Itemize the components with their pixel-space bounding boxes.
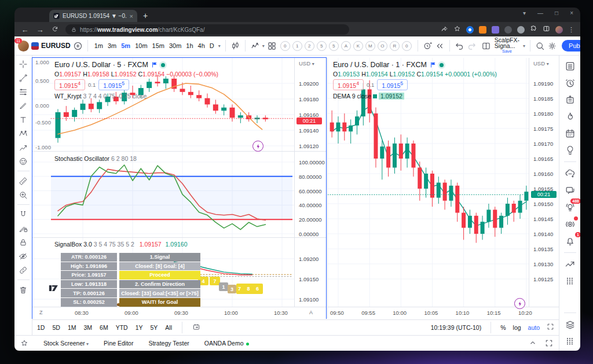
undo-icon[interactable] bbox=[455, 39, 464, 52]
hotkey-1-1[interactable]: 1 bbox=[292, 41, 302, 51]
right-price-axis[interactable]: USD ▾1.091901.091851.091801.091751.09170… bbox=[529, 58, 559, 318]
range-6M[interactable]: 6M bbox=[100, 324, 108, 331]
hotlists-icon[interactable] bbox=[563, 111, 576, 122]
share-icon[interactable] bbox=[441, 24, 448, 35]
address-bar[interactable]: https://www.tradingview.com/chart/KcKGsQ… bbox=[65, 24, 349, 35]
window-close-icon[interactable]: × bbox=[570, 10, 573, 16]
panel-collapse-chevron-icon[interactable] bbox=[529, 339, 537, 347]
text-tool-icon[interactable] bbox=[17, 115, 30, 124]
flag-icon[interactable] bbox=[151, 61, 158, 68]
timeframe-5m[interactable]: 5m bbox=[119, 41, 132, 50]
xabcd-pattern-tool-icon[interactable] bbox=[17, 128, 30, 138]
range-1Y[interactable]: 1Y bbox=[136, 324, 143, 331]
layout-chevron-icon[interactable]: ▾ bbox=[523, 43, 525, 49]
bar-replay-icon[interactable] bbox=[435, 39, 445, 52]
hotkey-2-2[interactable]: 2 bbox=[305, 41, 314, 51]
footer-tab-strategy-tester[interactable]: Strategy Tester bbox=[148, 340, 189, 347]
grid-layout-icon[interactable] bbox=[267, 39, 277, 52]
data-status-dot[interactable] bbox=[161, 63, 165, 67]
left-time-axis[interactable]: Z08:3009:0009:3010:0010:30A bbox=[32, 307, 326, 319]
indicators-chevron-icon[interactable]: ▾ bbox=[262, 43, 265, 49]
ext-gray-icon[interactable] bbox=[517, 26, 525, 34]
timeframe-15m[interactable]: 15m bbox=[151, 41, 166, 50]
calendar-icon[interactable] bbox=[563, 127, 576, 139]
split-view-icon[interactable] bbox=[543, 24, 550, 35]
go-to-date-icon[interactable] bbox=[192, 323, 200, 332]
auto-scale-button[interactable]: auto bbox=[528, 324, 540, 331]
buy-button[interactable]: 1.09155 bbox=[98, 79, 129, 90]
object-tree-icon[interactable] bbox=[563, 319, 576, 330]
ideas-icon[interactable] bbox=[563, 144, 576, 156]
timeframe-D[interactable]: D bbox=[208, 41, 216, 50]
realtime-z-hint[interactable]: Z bbox=[39, 310, 43, 315]
brush-tool-icon[interactable] bbox=[17, 101, 30, 111]
favorites-star-icon[interactable] bbox=[20, 339, 28, 347]
quick-trade-lightning-icon[interactable] bbox=[514, 298, 525, 309]
right-chart-panel[interactable]: Euro / U.S. Dollar · 1 · FXCM O1.09153H1… bbox=[327, 58, 559, 318]
timeframe-chevron-icon[interactable]: ▾ bbox=[218, 43, 221, 49]
dema-legend[interactable]: DEMA 9 close 1.09152 bbox=[333, 93, 497, 100]
footer-tab-oanda-demo[interactable]: OANDA Demo bbox=[204, 340, 249, 347]
settings-gear-icon[interactable] bbox=[547, 39, 557, 52]
compare-add-icon[interactable] bbox=[73, 39, 83, 52]
hotkey-4-5[interactable]: 5 bbox=[329, 41, 339, 51]
sell-button[interactable]: 1.09154 bbox=[54, 79, 85, 90]
lock-drawings-tool-icon[interactable] bbox=[17, 237, 30, 247]
sell-button[interactable]: 1.09154 bbox=[333, 79, 364, 90]
back-icon[interactable]: ← bbox=[20, 25, 30, 34]
minds-icon[interactable] bbox=[563, 168, 576, 179]
crosshair-tool-icon[interactable] bbox=[17, 59, 30, 69]
fullscreen-icon[interactable] bbox=[547, 323, 554, 332]
new-tab-button[interactable]: + bbox=[143, 11, 148, 20]
timeframe-1h[interactable]: 1h bbox=[184, 41, 195, 50]
log-scale-button[interactable]: log bbox=[513, 324, 521, 331]
hotkey-3-5[interactable]: 5 bbox=[317, 41, 327, 51]
left-chart-title[interactable]: Euro / U.S. Dollar · 5 · FXCM bbox=[54, 61, 218, 69]
magnet-tool-icon[interactable] bbox=[17, 209, 30, 219]
notes-icon[interactable] bbox=[563, 94, 576, 105]
search-icon[interactable] bbox=[535, 39, 545, 52]
user-avatar[interactable]: 11 bbox=[18, 41, 29, 52]
forward-icon[interactable]: → bbox=[35, 25, 45, 34]
reload-icon[interactable] bbox=[50, 25, 60, 34]
range-3M[interactable]: 3M bbox=[83, 324, 92, 331]
bookmark-star-icon[interactable] bbox=[453, 24, 461, 35]
ext-metamask-icon[interactable] bbox=[479, 26, 486, 34]
zoom-in-tool-icon[interactable] bbox=[17, 190, 30, 200]
data-window-icon[interactable] bbox=[563, 336, 576, 347]
percent-scale-button[interactable]: % bbox=[500, 324, 506, 331]
window-menu-icon[interactable]: ▾ bbox=[523, 10, 526, 16]
tab-close-icon[interactable]: × bbox=[130, 13, 133, 20]
measure-tool-icon[interactable] bbox=[17, 176, 30, 186]
publish-button[interactable]: Publish bbox=[562, 40, 580, 52]
range-5D[interactable]: 5D bbox=[52, 324, 60, 331]
range-1D[interactable]: 1D bbox=[37, 324, 45, 331]
hotkey-0-0[interactable]: 0 bbox=[280, 41, 290, 51]
signalbox-legend[interactable]: SignalBox 3.0 3 5 4 75 35 5 2 1.09157 1.… bbox=[54, 241, 188, 248]
right-time-axis[interactable]: 09:5009:5510:0010:0510:1010:1510:20 bbox=[328, 307, 559, 319]
extensions-puzzle-icon[interactable] bbox=[530, 24, 537, 35]
autoscroll-a-hint[interactable]: A bbox=[309, 310, 313, 315]
buy-button[interactable]: 1.09155 bbox=[377, 79, 408, 90]
alerts-icon[interactable] bbox=[563, 77, 576, 89]
window-maximize-icon[interactable]: □ bbox=[555, 10, 558, 16]
stochastic-legend[interactable]: Stochastic Oscillator 6 2 80 18 bbox=[54, 155, 137, 162]
hotkey-10-0[interactable]: 0 bbox=[402, 41, 412, 51]
range-YTD[interactable]: YTD bbox=[116, 324, 128, 331]
streams-icon[interactable] bbox=[563, 218, 576, 230]
ext-cursor-icon[interactable] bbox=[492, 26, 499, 34]
trend-line-tool-icon[interactable] bbox=[17, 73, 30, 83]
ext-blue-icon[interactable] bbox=[466, 26, 474, 34]
save-label[interactable]: Save bbox=[502, 49, 512, 54]
wt-krypt-legend[interactable]: WT_Krypt 3 7 4 4 0.75 -0.75 close bbox=[54, 93, 218, 100]
redo-icon[interactable] bbox=[467, 39, 477, 52]
indicators-icon[interactable] bbox=[250, 39, 260, 52]
data-status-dot[interactable] bbox=[440, 63, 444, 67]
browser-menu-kebab-icon[interactable]: ⋮ bbox=[568, 26, 574, 34]
symbol-button[interactable]: EURUSD bbox=[41, 42, 71, 50]
ext-dark-icon[interactable] bbox=[504, 26, 512, 34]
range-All[interactable]: All bbox=[165, 324, 172, 331]
browser-tab[interactable]: EURUSD 1.09154 ▼ −0.59% Scal × bbox=[49, 10, 137, 22]
timeframe-10m[interactable]: 10m bbox=[133, 41, 149, 50]
footer-tab-stock-screener[interactable]: Stock Screener ▾ bbox=[43, 340, 89, 347]
